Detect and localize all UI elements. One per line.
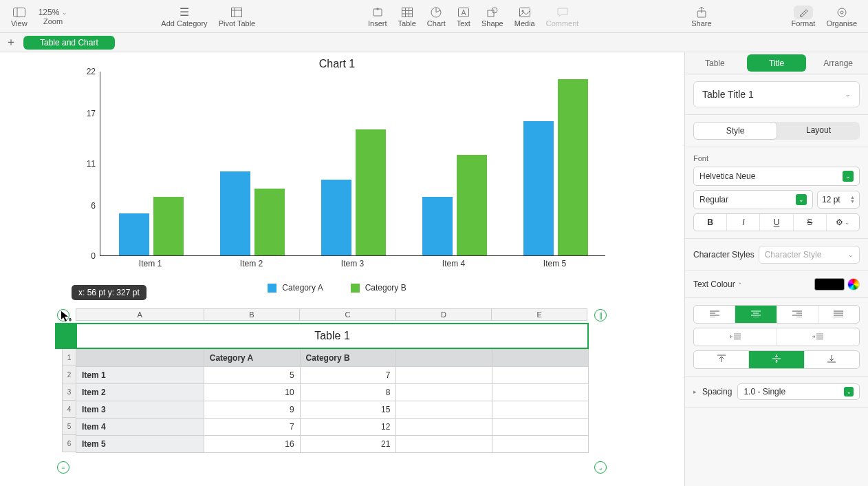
table-cell[interactable] — [492, 436, 589, 453]
align-justify-button[interactable] — [818, 306, 859, 323]
column-header-A[interactable]: A — [76, 309, 204, 320]
table-cell[interactable]: 21 — [300, 436, 396, 453]
font-family-dropdown[interactable]: Helvetica Neue ⌄ — [693, 167, 860, 186]
add-category-button[interactable]: ☰ Add Category — [155, 1, 213, 32]
table-cell[interactable]: 10 — [204, 384, 300, 401]
table-header-cell[interactable] — [76, 350, 204, 367]
style-layout-segment[interactable]: Style Layout — [693, 122, 860, 140]
table-cell[interactable]: 7 — [204, 419, 300, 436]
legend-item[interactable]: Category B — [351, 283, 406, 293]
row-number[interactable]: 3 — [62, 383, 76, 401]
text-button[interactable]: A Text — [451, 1, 476, 32]
column-header-C[interactable]: C — [300, 309, 396, 320]
indent-button[interactable] — [777, 328, 860, 346]
table-cell[interactable]: 16 — [204, 436, 300, 453]
table-cell[interactable]: Item 5 — [76, 436, 204, 453]
media-button[interactable]: Media — [509, 1, 541, 32]
column-ruler[interactable]: ABCDE — [76, 308, 587, 321]
share-button[interactable]: Share — [686, 1, 717, 32]
text-colour-swatch[interactable] — [814, 278, 845, 290]
table-select-handle[interactable] — [55, 323, 76, 349]
table-cell[interactable]: 12 — [300, 419, 396, 436]
table-cell[interactable] — [492, 419, 589, 436]
italic-button[interactable]: I — [727, 214, 760, 231]
table-header-cell[interactable] — [492, 350, 589, 367]
table-cell[interactable]: Item 4 — [76, 419, 204, 436]
table-cell[interactable] — [396, 384, 492, 401]
chart-button[interactable]: Chart — [422, 1, 451, 32]
row-number[interactable]: 1 — [62, 349, 76, 366]
segment-layout[interactable]: Layout — [777, 122, 860, 140]
view-button[interactable]: View — [6, 1, 33, 32]
row-number[interactable]: 6 — [62, 435, 76, 452]
valign-top-button[interactable] — [694, 351, 749, 368]
table-cell[interactable]: 7 — [300, 367, 396, 384]
table-cell[interactable] — [396, 436, 492, 453]
font-size-field[interactable]: 12 pt ▲▼ — [817, 191, 860, 209]
column-header-E[interactable]: E — [492, 309, 587, 320]
table-cell[interactable]: 9 — [204, 401, 300, 419]
zoom-control[interactable]: 125% ⌄ Zoom — [33, 1, 74, 32]
valign-middle-button[interactable] — [749, 351, 804, 368]
table-button[interactable]: Table — [393, 1, 422, 32]
table-title[interactable]: Table 1 — [76, 323, 589, 349]
add-sheet-button[interactable]: ＋ — [4, 36, 18, 50]
column-header-B[interactable]: B — [204, 309, 301, 320]
column-add-handle[interactable]: ‖ — [594, 309, 607, 321]
table-cell[interactable]: 8 — [300, 384, 396, 401]
table-cell[interactable] — [492, 401, 589, 419]
character-style-dropdown[interactable]: Character Style ⌄ — [759, 246, 860, 264]
row-number[interactable]: 2 — [62, 366, 76, 383]
advanced-font-button[interactable]: ⚙⌄ — [827, 214, 859, 231]
pivot-table-button[interactable]: Pivot Table — [213, 1, 261, 32]
table-cell[interactable]: Item 1 — [76, 367, 204, 384]
table-cell[interactable]: Item 2 — [76, 384, 204, 401]
table-cell[interactable] — [396, 401, 492, 419]
data-table[interactable]: Category ACategory BItem 157Item 2108Ite… — [76, 349, 589, 453]
align-left-button[interactable] — [694, 306, 735, 323]
organise-button[interactable]: Organise — [821, 1, 862, 32]
align-right-button[interactable] — [777, 306, 818, 323]
table-header-cell[interactable] — [396, 350, 492, 367]
chart[interactable]: Chart 1 06111722 Item 1Item 2Item 3Item … — [58, 52, 616, 297]
font-style-dropdown[interactable]: Regular ⌄ — [693, 190, 813, 209]
valign-bottom-button[interactable] — [805, 351, 859, 368]
segment-style[interactable]: Style — [693, 122, 777, 140]
tab-table[interactable]: Table — [685, 52, 745, 74]
legend-item[interactable]: Category A — [268, 283, 323, 293]
align-center-button[interactable] — [735, 306, 777, 323]
table-cell[interactable] — [492, 384, 589, 401]
table-cell[interactable] — [396, 367, 492, 384]
outdent-button[interactable] — [694, 328, 777, 346]
size-stepper[interactable]: ▲▼ — [850, 196, 855, 204]
table-cell[interactable] — [396, 419, 492, 436]
table-origin-handle[interactable]: ○ — [57, 309, 69, 321]
bold-button[interactable]: B — [694, 214, 727, 231]
row-number[interactable]: 5 — [62, 418, 76, 435]
tab-arrange[interactable]: Arrange — [808, 52, 868, 74]
sheet-tab-active[interactable]: Table and Chart — [23, 36, 115, 50]
tab-title[interactable]: Title — [747, 54, 807, 72]
table-cell[interactable]: 5 — [204, 367, 300, 384]
row-number-column[interactable]: 123456 — [62, 349, 76, 452]
table-header-cell[interactable]: Category B — [300, 350, 396, 367]
strikethrough-button[interactable]: S — [794, 214, 827, 231]
comment-button[interactable]: Comment — [541, 1, 585, 32]
table-cell[interactable]: Item 3 — [76, 401, 204, 419]
spacing-dropdown[interactable]: 1.0 - Single ⌄ — [737, 383, 860, 400]
row-number[interactable]: 4 — [62, 401, 76, 418]
row-add-handle[interactable]: = — [57, 461, 69, 474]
column-header-D[interactable]: D — [396, 309, 492, 320]
underline-button[interactable]: U — [760, 214, 793, 231]
colour-picker-button[interactable] — [847, 278, 860, 290]
format-button[interactable]: Format — [786, 1, 821, 32]
table-cell[interactable] — [492, 367, 589, 384]
insert-button[interactable]: Insert — [362, 1, 393, 32]
table-cell[interactable]: 15 — [300, 401, 396, 419]
title-style-preset[interactable]: Table Title 1 ⌄ — [693, 81, 860, 107]
table-resize-handle[interactable]: ⌟ — [594, 461, 607, 474]
disclosure-triangle-icon[interactable]: ▸ — [693, 388, 697, 395]
shape-button[interactable]: Shape — [476, 1, 509, 32]
canvas[interactable]: Chart 1 06111722 Item 1Item 2Item 3Item … — [0, 52, 684, 486]
table-header-cell[interactable]: Category A — [204, 350, 300, 367]
